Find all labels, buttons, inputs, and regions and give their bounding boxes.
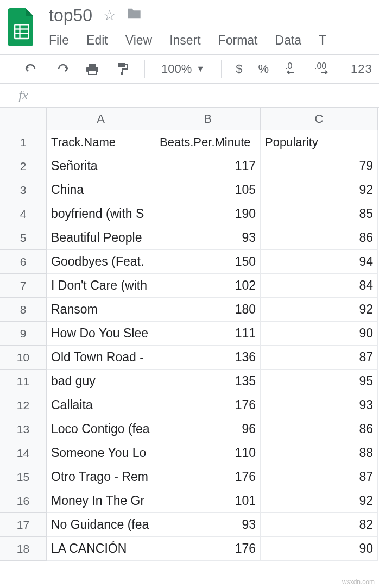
grid-body: 123456789101112131415161718 Track.NameBe…	[0, 130, 379, 561]
cell[interactable]: 84	[261, 274, 378, 298]
menu-format[interactable]: Format	[218, 33, 258, 48]
cell[interactable]: 110	[155, 441, 261, 465]
cell[interactable]: 180	[155, 298, 261, 322]
menu-tools[interactable]: T	[319, 33, 326, 48]
cell[interactable]: Loco Contigo (fea	[47, 417, 155, 441]
menu-file[interactable]: File	[49, 33, 69, 48]
menu-insert[interactable]: Insert	[169, 33, 201, 48]
cell[interactable]: 176	[155, 393, 261, 417]
row-header[interactable]: 3	[0, 178, 47, 202]
cell[interactable]: 190	[155, 202, 261, 226]
cell[interactable]: boyfriend (with S	[47, 202, 155, 226]
cell[interactable]: 87	[261, 465, 378, 489]
column-header-c[interactable]: C	[261, 108, 378, 130]
cell[interactable]: 136	[155, 346, 261, 370]
cell[interactable]: 90	[261, 537, 378, 561]
row-header[interactable]: 7	[0, 274, 47, 298]
svg-rect-4	[89, 64, 96, 67]
formula-input[interactable]	[47, 84, 379, 107]
currency-button[interactable]: $	[232, 62, 246, 76]
column-header-a[interactable]: A	[47, 108, 155, 130]
cell[interactable]: Old Town Road -	[47, 346, 155, 370]
menu-data[interactable]: Data	[275, 33, 302, 48]
cell[interactable]: 93	[155, 513, 261, 537]
cell[interactable]: 96	[155, 417, 261, 441]
print-button[interactable]	[81, 59, 103, 79]
more-formats-button[interactable]: 123	[348, 62, 376, 76]
cell[interactable]: 105	[155, 178, 261, 202]
cell[interactable]: China	[47, 178, 155, 202]
cell[interactable]: 86	[261, 417, 378, 441]
cell[interactable]: 94	[261, 250, 378, 274]
cell[interactable]: No Guidance (fea	[47, 513, 155, 537]
row-header[interactable]: 1	[0, 130, 47, 154]
decrease-decimal-button[interactable]: .0	[281, 59, 303, 79]
cell[interactable]: 102	[155, 274, 261, 298]
menu-edit[interactable]: Edit	[86, 33, 108, 48]
cell[interactable]: Goodbyes (Feat.	[47, 250, 155, 274]
cell[interactable]: Señorita	[47, 154, 155, 178]
row-header[interactable]: 10	[0, 346, 47, 370]
sheets-logo[interactable]	[5, 5, 38, 49]
row-header[interactable]: 13	[0, 417, 47, 441]
row-header[interactable]: 6	[0, 250, 47, 274]
cell[interactable]: 135	[155, 370, 261, 393]
cell[interactable]: Beautiful People	[47, 226, 155, 250]
star-icon[interactable]: ☆	[103, 7, 116, 24]
cell[interactable]: Ransom	[47, 298, 155, 322]
cell[interactable]: 176	[155, 465, 261, 489]
paint-format-button[interactable]	[112, 59, 134, 79]
cell[interactable]: Track.Name	[47, 130, 155, 154]
row-header[interactable]: 9	[0, 322, 47, 346]
cell[interactable]: 93	[261, 393, 378, 417]
cell[interactable]: I Don't Care (with	[47, 274, 155, 298]
cell[interactable]: Callaita	[47, 393, 155, 417]
row-header[interactable]: 12	[0, 393, 47, 417]
cell[interactable]: 92	[261, 298, 378, 322]
cell[interactable]: Money In The Gr	[47, 489, 155, 513]
row-header[interactable]: 11	[0, 370, 47, 393]
column-header-b[interactable]: B	[155, 108, 261, 130]
cell[interactable]: Beats.Per.Minute	[155, 130, 261, 154]
cell[interactable]: 79	[261, 154, 378, 178]
cell[interactable]: How Do You Slee	[47, 322, 155, 346]
row-header[interactable]: 5	[0, 226, 47, 250]
cell[interactable]: 86	[261, 226, 378, 250]
cell[interactable]: Popularity	[261, 130, 378, 154]
cell[interactable]: 150	[155, 250, 261, 274]
cell[interactable]: 117	[155, 154, 261, 178]
cell[interactable]: 92	[261, 178, 378, 202]
cell[interactable]: 95	[261, 370, 378, 393]
row-header[interactable]: 2	[0, 154, 47, 178]
row-header[interactable]: 18	[0, 537, 47, 561]
zoom-dropdown[interactable]: 100% ▼	[156, 62, 210, 76]
row-header[interactable]: 14	[0, 441, 47, 465]
select-all-corner[interactable]	[0, 108, 47, 130]
cell[interactable]: 82	[261, 513, 378, 537]
row-header[interactable]: 8	[0, 298, 47, 322]
cell[interactable]: 90	[261, 322, 378, 346]
increase-decimal-button[interactable]: .00	[312, 59, 339, 79]
row-header[interactable]: 15	[0, 465, 47, 489]
cell[interactable]: bad guy	[47, 370, 155, 393]
cell[interactable]: 87	[261, 346, 378, 370]
percent-button[interactable]: %	[255, 62, 273, 76]
cell[interactable]: 111	[155, 322, 261, 346]
row-header[interactable]: 17	[0, 513, 47, 537]
row-header[interactable]: 4	[0, 202, 47, 226]
cell[interactable]: Otro Trago - Rem	[47, 465, 155, 489]
cell[interactable]: 93	[155, 226, 261, 250]
document-title[interactable]: top50	[49, 5, 92, 26]
cell[interactable]: Someone You Lo	[47, 441, 155, 465]
menu-view[interactable]: View	[125, 33, 152, 48]
cell[interactable]: 176	[155, 537, 261, 561]
undo-button[interactable]	[21, 59, 42, 79]
cell[interactable]: 101	[155, 489, 261, 513]
cell[interactable]: LA CANCIÓN	[47, 537, 155, 561]
redo-button[interactable]	[51, 59, 73, 79]
cell[interactable]: 85	[261, 202, 378, 226]
cell[interactable]: 88	[261, 441, 378, 465]
row-header[interactable]: 16	[0, 489, 47, 513]
folder-icon[interactable]	[127, 7, 142, 24]
cell[interactable]: 92	[261, 489, 378, 513]
